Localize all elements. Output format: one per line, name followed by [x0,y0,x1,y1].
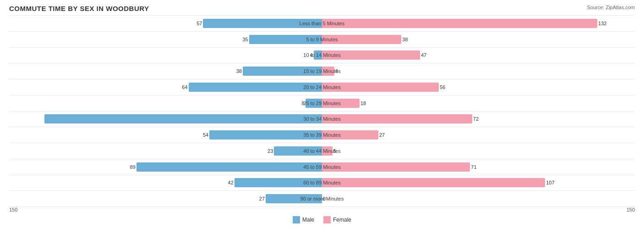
male-bar [189,83,322,92]
male-bar [44,114,322,123]
chart-title: COMMUTE TIME BY SEX IN WOODBURY [9,5,635,12]
chart-row: 35 to 39 Minutes5427 [9,127,635,143]
female-value: 18 [360,100,366,106]
row-label: 25 to 29 Minutes [303,100,340,106]
row-label: 90 or more Minutes [300,196,344,201]
female-swatch [323,216,331,223]
chart-row: 20 to 24 Minutes6456 [9,79,635,95]
row-label: 30 to 34 Minutes [303,116,340,122]
legend-male: Male [293,216,314,223]
female-bar [322,162,470,172]
chart-row: 5 to 9 Minutes3538 [9,31,635,47]
chart-row: 40 to 44 Minutes235 [9,143,635,159]
row-label: 15 to 19 Minutes [303,68,340,74]
female-value: 72 [473,116,479,122]
source-label: Source: ZipAtlas.com [587,5,635,10]
female-value: 38 [402,37,408,42]
row-label: 5 to 9 Minutes [306,37,338,42]
chart-row: 90 or more Minutes270 [9,190,635,207]
male-value: 38 [236,68,242,74]
axis-right: 150 [627,207,635,212]
male-value: 133 [10,116,18,122]
row-label: 35 to 39 Minutes [303,132,340,138]
chart-row: 25 to 29 Minutes818 [9,95,635,111]
chart-row: 10 to 14 Minutes447 [9,47,635,63]
legend: Male Female [9,216,635,223]
chart-container: COMMUTE TIME BY SEX IN WOODBURY Source: … [0,0,644,240]
male-value: 35 [242,37,248,42]
chart-row: 30 to 34 Minutes13372 [9,111,635,127]
row-label: 20 to 24 Minutes [303,84,340,90]
chart-row: 15 to 19 Minutes386 [9,63,635,79]
male-value: 42 [228,180,234,185]
row-label: 40 to 44 Minutes [303,148,340,154]
female-value: 107 [546,180,554,185]
female-value: 71 [471,164,476,170]
male-value: 64 [182,84,187,90]
female-bar [322,178,545,187]
chart-row: 60 to 89 Minutes42107 [9,175,635,191]
male-value: 89 [130,164,136,170]
male-bar [136,162,322,172]
female-value: 132 [598,21,606,26]
chart-area: Less than 5 Minutes571325 to 9 Minutes35… [9,15,635,207]
male-value: 23 [267,148,273,154]
row-label: 45 to 59 Minutes [303,164,340,170]
chart-row: Less than 5 Minutes57132 [9,15,635,31]
female-value: 47 [421,52,426,58]
male-swatch [293,216,300,223]
chart-row: 45 to 59 Minutes8971 [9,159,635,175]
male-label: Male [302,217,314,223]
female-bar [322,114,472,123]
row-label: 10 to 14 Minutes [303,52,340,58]
chart-rows: Less than 5 Minutes571325 to 9 Minutes35… [9,15,635,207]
row-label: 60 to 89 Minutes [303,180,340,185]
axis-left: 150 [9,207,17,212]
female-label: Female [333,217,351,223]
male-value: 27 [259,196,265,201]
female-value: 56 [440,84,445,90]
legend-female: Female [323,216,351,223]
row-label: Less than 5 Minutes [300,21,344,26]
female-value: 27 [379,132,385,138]
male-value: 57 [196,21,202,26]
female-bar [322,19,597,28]
male-value: 54 [203,132,208,138]
axis-labels: 150 150 [9,207,635,213]
